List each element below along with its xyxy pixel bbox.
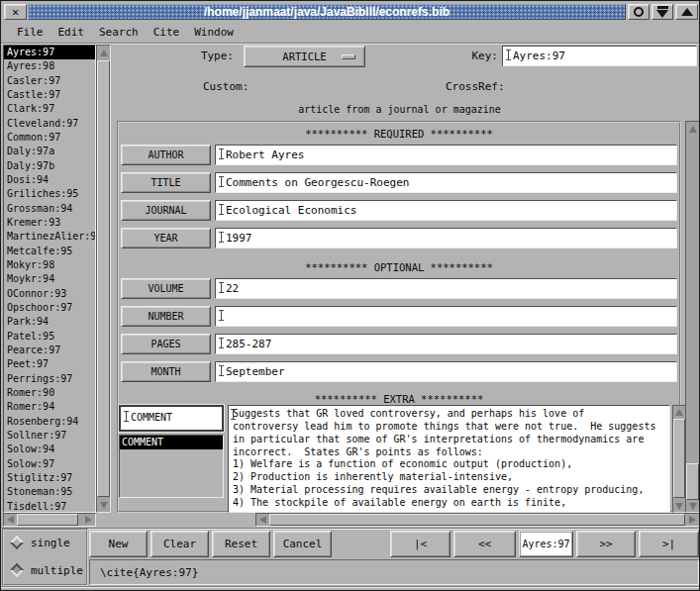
textarea-vertical-scrollbar[interactable]: [672, 405, 686, 513]
scrollbar-thumb[interactable]: [269, 514, 685, 526]
main-vertical-scrollbar[interactable]: [685, 121, 700, 513]
scrollbar-thumb[interactable]: [673, 419, 685, 498]
list-item[interactable]: Moykr:94: [4, 272, 95, 286]
window-menu-button[interactable]: [628, 4, 650, 20]
nav-next-button[interactable]: >>: [576, 531, 636, 557]
comment-textarea[interactable]: Suggests that GR loved controversy, and …: [228, 405, 670, 513]
nav-prev-button[interactable]: <<: [453, 531, 516, 557]
menu-file[interactable]: File: [17, 26, 44, 39]
new-button[interactable]: New: [89, 531, 148, 557]
list-item[interactable]: Solow:94: [4, 443, 95, 456]
field-label-journal[interactable]: JOURNAL: [121, 200, 211, 221]
window-iconify-button[interactable]: [651, 4, 673, 20]
clear-button[interactable]: Clear: [150, 531, 209, 557]
scrollbar-thumb[interactable]: [17, 514, 78, 526]
author-field[interactable]: Robert Ayres: [215, 145, 677, 165]
radio-multiple-label[interactable]: multiple: [31, 564, 83, 577]
list-item[interactable]: Cleveland:97: [4, 117, 95, 131]
scroll-up-button[interactable]: [673, 406, 685, 418]
key-field[interactable]: Ayres:97: [502, 46, 697, 66]
scroll-down-button[interactable]: [686, 500, 699, 513]
volume-field[interactable]: 22: [215, 278, 677, 299]
menu-edit[interactable]: Edit: [58, 26, 85, 39]
list-item[interactable]: Opschoor:97: [4, 301, 95, 315]
list-item[interactable]: Romer:94: [4, 400, 95, 414]
menu-window[interactable]: Window: [194, 26, 234, 39]
main-horizontal-scrollbar[interactable]: [255, 513, 700, 527]
list-item[interactable]: Stiglitz:97: [4, 471, 95, 485]
list-item[interactable]: Griliches:95: [4, 187, 95, 201]
scroll-right-button[interactable]: [686, 514, 699, 526]
list-item[interactable]: Pearce:97: [4, 344, 95, 357]
list-item[interactable]: Metcalfe:95: [4, 245, 95, 258]
list-item[interactable]: Clark:97: [4, 102, 95, 116]
nav-last-button[interactable]: >|: [639, 531, 699, 557]
list-item[interactable]: Romer:90: [4, 386, 95, 400]
scroll-right-button[interactable]: [82, 514, 95, 526]
volume-value: 22: [226, 282, 239, 295]
scrollbar-thumb[interactable]: [686, 463, 699, 500]
extra-field-list[interactable]: COMMENT: [119, 435, 224, 498]
window-maximize-button[interactable]: [675, 4, 698, 20]
field-label-pages[interactable]: PAGES: [121, 334, 211, 354]
list-item[interactable]: Peet:97: [4, 357, 95, 371]
list-item[interactable]: Dosi:94: [4, 173, 95, 187]
pages-value: 285-287: [226, 338, 271, 350]
list-item[interactable]: Kremer:93: [4, 216, 95, 230]
list-item[interactable]: OConnor:93: [4, 287, 95, 301]
year-field[interactable]: 1997: [215, 228, 677, 248]
sidebar-vertical-scrollbar[interactable]: [96, 45, 111, 513]
scrollbar-thumb[interactable]: [97, 60, 110, 497]
field-label-year[interactable]: YEAR: [121, 228, 211, 248]
list-item[interactable]: MartinezAlier:97: [4, 230, 95, 244]
menu-search[interactable]: Search: [99, 26, 139, 39]
title-field[interactable]: Comments on Georgescu-Roegen: [215, 172, 677, 193]
list-item[interactable]: Daly:97a: [4, 145, 95, 158]
extra-field-name-input[interactable]: COMMENT: [119, 405, 224, 432]
list-item[interactable]: Patel:95: [4, 330, 95, 344]
month-field[interactable]: September: [215, 361, 677, 382]
radio-single-label[interactable]: single: [31, 537, 70, 549]
cancel-button[interactable]: Cancel: [273, 531, 332, 557]
type-dropdown[interactable]: ARTICLE: [244, 46, 365, 67]
list-item[interactable]: Rosenberg:94: [4, 415, 95, 429]
scroll-up-button[interactable]: [686, 122, 699, 136]
list-item[interactable]: Ayres:98: [4, 59, 95, 73]
list-item[interactable]: Park:94: [4, 315, 95, 329]
window-close-button[interactable]: ✕: [4, 4, 27, 20]
list-item[interactable]: Mokyr:98: [4, 258, 95, 272]
field-label-month[interactable]: MONTH: [121, 361, 211, 382]
scroll-down-button[interactable]: [673, 500, 685, 512]
field-label-number[interactable]: NUMBER: [121, 306, 211, 327]
scroll-down-button[interactable]: [97, 498, 110, 512]
reference-key-list[interactable]: Ayres:97 Ayres:98 Casler:97 Castle:97 Cl…: [3, 45, 96, 513]
list-item[interactable]: Castle:97: [4, 88, 95, 102]
list-item[interactable]: Casler:97: [4, 74, 95, 88]
list-item[interactable]: Stoneman:95: [4, 485, 95, 499]
list-item[interactable]: Ayres:97: [4, 46, 95, 59]
field-label-volume[interactable]: VOLUME: [121, 278, 211, 299]
reset-button[interactable]: Reset: [212, 531, 270, 557]
list-item[interactable]: COMMENT: [120, 436, 223, 449]
scroll-left-button[interactable]: [256, 514, 269, 526]
journal-field[interactable]: Ecological Economics: [215, 200, 677, 221]
scroll-up-button[interactable]: [97, 46, 110, 59]
menu-cite[interactable]: Cite: [153, 26, 180, 39]
scroll-left-button[interactable]: [4, 514, 17, 526]
field-label-author[interactable]: AUTHOR: [121, 145, 211, 165]
list-item[interactable]: Sollner:97: [4, 429, 95, 443]
text-caret: [219, 232, 224, 243]
sidebar-horizontal-scrollbar[interactable]: [3, 513, 96, 527]
field-label-title[interactable]: TITLE: [121, 172, 211, 193]
list-item[interactable]: Perrings:97: [4, 372, 95, 386]
nav-first-button[interactable]: |<: [390, 531, 450, 557]
list-item[interactable]: Common:97: [4, 131, 95, 145]
list-item[interactable]: Grossman:94: [4, 202, 95, 216]
list-item[interactable]: Daly:97b: [4, 159, 95, 173]
number-field[interactable]: [215, 306, 677, 327]
list-item[interactable]: Solow:97: [4, 457, 95, 471]
crossref-label: CrossRef:: [446, 80, 505, 93]
list-item[interactable]: Tisdell:97: [4, 500, 95, 514]
pages-field[interactable]: 285-287: [215, 334, 677, 354]
window-titlebar[interactable]: /home/jjanmaat/java/JavaBibIII/econrefs.…: [28, 4, 626, 20]
